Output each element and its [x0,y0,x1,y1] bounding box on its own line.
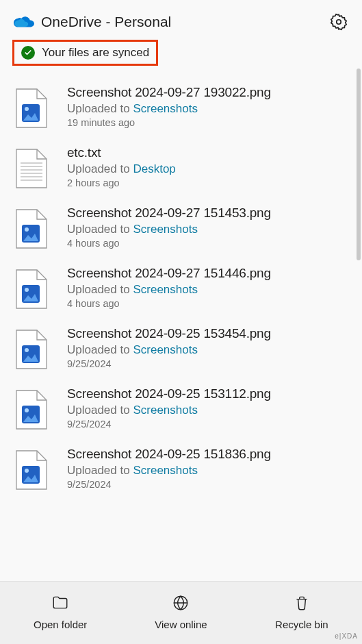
onedrive-logo-icon [14,15,34,29]
file-thumb-icon [15,88,48,129]
file-info: Screenshot 2024-09-27 151453.png Uploade… [67,206,355,249]
file-thumb-icon [15,449,48,491]
file-location: Uploaded to Screenshots [67,404,355,417]
file-time: 9/25/2024 [67,358,355,369]
file-name: Screenshot 2024-09-25 153112.png [67,386,355,401]
upload-prefix: Uploaded to [67,343,130,356]
file-item[interactable]: Screenshot 2024-09-25 153454.png Uploade… [0,318,362,378]
recycle-bin-label: Recycle bin [275,619,328,630]
watermark: e|XDA [335,632,358,640]
file-thumb-icon [15,269,48,310]
app-header: OneDrive - Personal [0,0,362,37]
upload-prefix: Uploaded to [67,464,130,477]
file-time: 2 hours ago [67,177,355,188]
recycle-bin-button[interactable]: Recycle bin [242,594,362,630]
file-time: 4 hours ago [67,238,355,249]
footer-bar: Open folder View online Recycle bin [0,581,362,644]
file-location-link[interactable]: Screenshots [133,404,198,417]
scrollbar[interactable] [357,69,361,260]
file-location: Uploaded to Screenshots [67,102,355,116]
file-item[interactable]: Screenshot 2024-09-27 193022.png Uploade… [0,77,362,137]
settings-button[interactable] [329,12,348,32]
file-location-link[interactable]: Screenshots [133,464,198,477]
upload-prefix: Uploaded to [67,283,130,296]
file-name: Screenshot 2024-09-25 151836.png [67,447,355,462]
file-item[interactable]: Screenshot 2024-09-25 151836.png Uploade… [0,438,362,499]
app-title: OneDrive - Personal [41,14,322,30]
svg-point-0 [337,20,341,25]
upload-prefix: Uploaded to [67,223,130,236]
upload-prefix: Uploaded to [67,404,130,417]
file-info: etc.txt Uploaded to Desktop 2 hours ago [67,145,355,188]
file-location-link[interactable]: Screenshots [133,343,198,356]
file-name: Screenshot 2024-09-27 193022.png [67,85,355,100]
file-item[interactable]: Screenshot 2024-09-27 151446.png Uploade… [0,258,362,318]
file-name: Screenshot 2024-09-27 151446.png [67,266,355,281]
globe-icon [172,594,190,612]
file-time: 4 hours ago [67,298,355,309]
file-thumb-icon [15,148,48,189]
file-info: Screenshot 2024-09-25 153112.png Uploade… [67,386,355,430]
file-location: Uploaded to Desktop [67,162,355,176]
file-location-link[interactable]: Screenshots [133,102,198,115]
view-online-button[interactable]: View online [120,594,241,630]
file-info: Screenshot 2024-09-25 153454.png Uploade… [67,326,355,369]
view-online-label: View online [155,619,207,630]
sync-status-text: Your files are synced [42,46,149,60]
file-thumb-icon [15,329,48,370]
upload-prefix: Uploaded to [67,162,130,175]
open-folder-label: Open folder [34,619,87,630]
file-item[interactable]: etc.txt Uploaded to Desktop 2 hours ago [0,137,362,197]
file-time: 9/25/2024 [67,479,355,490]
sync-status-banner: Your files are synced [12,40,158,66]
file-info: Screenshot 2024-09-27 151446.png Uploade… [67,266,355,309]
file-item[interactable]: Screenshot 2024-09-25 153112.png Uploade… [0,378,362,438]
file-location-link[interactable]: Desktop [133,162,175,175]
file-thumb-icon [15,208,48,249]
file-time: 19 minutes ago [67,117,355,128]
file-item[interactable]: Screenshot 2024-09-27 151453.png Uploade… [0,197,362,258]
open-folder-button[interactable]: Open folder [0,594,120,630]
file-thumb-icon [15,389,48,430]
file-list: Screenshot 2024-09-27 193022.png Uploade… [0,77,362,499]
file-name: Screenshot 2024-09-27 151453.png [67,206,355,221]
upload-prefix: Uploaded to [67,102,130,115]
file-location: Uploaded to Screenshots [67,464,355,478]
check-circle-icon [21,46,35,60]
trash-icon [293,594,311,612]
file-info: Screenshot 2024-09-25 151836.png Uploade… [67,447,355,490]
file-name: etc.txt [67,145,355,160]
file-location: Uploaded to Screenshots [67,283,355,297]
file-time: 9/25/2024 [67,419,355,430]
file-location: Uploaded to Screenshots [67,223,355,236]
file-location-link[interactable]: Screenshots [133,223,198,236]
file-name: Screenshot 2024-09-25 153454.png [67,326,355,341]
file-info: Screenshot 2024-09-27 193022.png Uploade… [67,85,355,128]
folder-icon [51,594,69,612]
gear-icon [330,13,348,31]
file-location-link[interactable]: Screenshots [133,283,198,296]
file-location: Uploaded to Screenshots [67,343,355,357]
